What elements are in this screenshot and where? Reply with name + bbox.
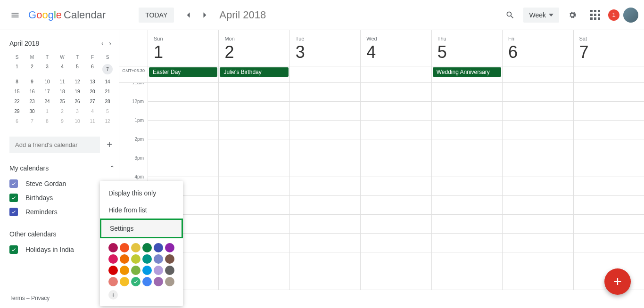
search-icon[interactable] — [501, 6, 520, 24]
time-cell[interactable] — [148, 102, 218, 121]
color-swatch[interactable] — [165, 266, 174, 275]
calendar-list-item[interactable]: Holidays in India — [9, 243, 115, 257]
terms-link[interactable]: Terms — [9, 295, 25, 301]
add-custom-color-button[interactable]: + — [108, 290, 118, 300]
time-cell[interactable] — [573, 158, 644, 177]
time-cell[interactable] — [573, 234, 644, 252]
time-cell[interactable] — [431, 139, 502, 158]
view-selector[interactable]: Week — [523, 8, 559, 23]
event-chip[interactable]: Wedding Anniversary — [433, 67, 501, 77]
color-swatch[interactable] — [131, 243, 140, 252]
time-cell[interactable] — [218, 215, 289, 234]
time-cell[interactable] — [360, 252, 431, 271]
time-cell[interactable] — [289, 271, 360, 290]
time-cell[interactable] — [431, 252, 502, 271]
time-cell[interactable] — [289, 252, 360, 271]
time-cell[interactable] — [431, 121, 502, 139]
mini-day[interactable]: 16 — [25, 87, 40, 97]
time-cell[interactable] — [502, 177, 573, 196]
color-swatch[interactable] — [120, 254, 129, 264]
time-cell[interactable] — [360, 102, 431, 121]
mini-day[interactable]: 18 — [55, 87, 70, 97]
context-menu-item[interactable]: Hide from list — [100, 202, 183, 219]
allday-cell[interactable] — [573, 66, 644, 82]
mini-day[interactable]: 10 — [70, 116, 85, 126]
mini-day[interactable]: 3 — [70, 106, 85, 116]
day-column-header[interactable]: Wed4 — [360, 30, 431, 66]
time-cell[interactable] — [289, 83, 360, 102]
mini-day[interactable]: 15 — [9, 87, 25, 97]
allday-cell[interactable] — [289, 66, 360, 82]
day-column-header[interactable]: Thu5 — [431, 30, 502, 66]
time-cell[interactable] — [218, 83, 289, 102]
time-cell[interactable] — [573, 139, 644, 158]
time-cell[interactable] — [360, 121, 431, 139]
mini-day[interactable]: 5 — [70, 62, 85, 77]
other-calendars-header[interactable]: Other calendars ⌃ — [9, 230, 115, 238]
mini-day[interactable]: 21 — [100, 87, 115, 97]
time-cell[interactable] — [573, 83, 644, 102]
time-cell[interactable] — [289, 234, 360, 252]
color-swatch[interactable] — [120, 243, 129, 252]
color-swatch[interactable] — [165, 277, 174, 286]
color-swatch[interactable] — [131, 266, 140, 275]
mini-day[interactable]: 8 — [9, 77, 25, 87]
time-cell[interactable] — [289, 158, 360, 177]
time-cell[interactable] — [218, 102, 289, 121]
color-swatch[interactable] — [131, 277, 140, 286]
time-cell[interactable] — [218, 271, 289, 290]
time-cell[interactable] — [148, 158, 218, 177]
mini-day[interactable]: 20 — [85, 87, 100, 97]
google-calendar-logo[interactable]: Google Calendar — [28, 9, 106, 21]
time-cell[interactable] — [289, 102, 360, 121]
day-column-header[interactable]: Mon2 — [218, 30, 289, 66]
time-cell[interactable] — [502, 271, 573, 290]
mini-day[interactable]: 11 — [85, 116, 100, 126]
time-cell[interactable] — [218, 139, 289, 158]
mini-day[interactable]: 22 — [9, 97, 25, 106]
day-column-header[interactable]: Fri6 — [502, 30, 573, 66]
allday-cell[interactable]: Wedding Anniversary — [431, 66, 502, 82]
mini-day[interactable]: 29 — [9, 106, 25, 116]
time-cell[interactable] — [289, 177, 360, 196]
mini-day[interactable]: 9 — [55, 116, 70, 126]
allday-cell[interactable] — [502, 66, 573, 82]
time-cell[interactable] — [148, 83, 218, 102]
mini-day[interactable]: 2 — [55, 106, 70, 116]
today-button[interactable]: TODAY — [139, 8, 174, 23]
mini-day[interactable]: 27 — [85, 97, 100, 106]
mini-day[interactable]: 1 — [9, 62, 25, 77]
privacy-link[interactable]: Privacy — [31, 295, 50, 301]
time-cell[interactable] — [148, 121, 218, 139]
mini-day[interactable]: 23 — [25, 97, 40, 106]
mini-day[interactable]: 26 — [70, 97, 85, 106]
calendar-list-item[interactable]: Reminders — [9, 205, 115, 219]
time-cell[interactable] — [573, 196, 644, 215]
calendar-list-item[interactable]: Birthdays✕ — [9, 191, 115, 205]
time-cell[interactable] — [431, 234, 502, 252]
event-chip[interactable]: Easter Day — [149, 67, 217, 77]
time-cell[interactable] — [431, 83, 502, 102]
mini-day[interactable]: 28 — [100, 97, 115, 106]
settings-gear-icon[interactable] — [563, 6, 582, 24]
color-swatch[interactable] — [131, 254, 140, 264]
time-cell[interactable] — [218, 252, 289, 271]
time-cell[interactable] — [431, 102, 502, 121]
mini-day[interactable]: 2 — [25, 62, 40, 77]
user-avatar[interactable] — [623, 8, 638, 23]
mini-day[interactable]: 13 — [85, 77, 100, 87]
time-cell[interactable] — [431, 158, 502, 177]
color-swatch[interactable] — [154, 277, 163, 286]
color-swatch[interactable] — [142, 254, 152, 264]
mini-calendar[interactable]: SMTWTFS123456789101112131415161718192021… — [9, 53, 115, 126]
time-cell[interactable] — [431, 196, 502, 215]
time-cell[interactable] — [360, 234, 431, 252]
mini-day[interactable]: 25 — [55, 97, 70, 106]
color-swatch[interactable] — [108, 243, 118, 252]
mini-day[interactable]: 14 — [100, 77, 115, 87]
time-cell[interactable] — [573, 102, 644, 121]
mini-day[interactable]: 30 — [25, 106, 40, 116]
event-chip[interactable]: Julie's Birthday — [220, 67, 288, 77]
time-cell[interactable] — [573, 177, 644, 196]
allday-cell[interactable]: Easter Day — [148, 66, 218, 82]
